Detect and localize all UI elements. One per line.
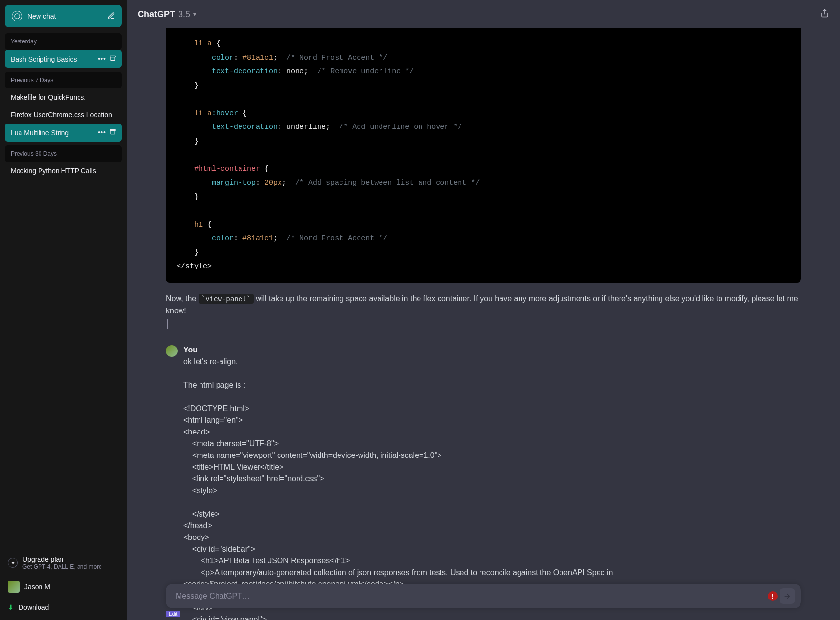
user-profile-button[interactable]: Jason M [5,577,122,597]
assistant-text-before: Now, the [166,294,199,303]
download-label: Download [19,603,49,611]
new-chat-button[interactable]: New chat [5,5,122,27]
user-message-line [183,496,801,508]
edit-mode-badge: Edit [166,611,180,617]
conversation-scroll[interactable]: li a { color: #81a1c1; /* Nord Frost Acc… [127,28,840,620]
sidebar-chat-label: Bash Scripting Basics [11,55,95,63]
user-message-line: </style> [183,508,801,520]
assistant-text-after: will take up the remaining space availab… [166,294,798,315]
user-message-line: <h1>API Beta Test JSON Responses</h1> [183,555,801,567]
user-message-line [183,368,801,379]
main-panel: ChatGPT 3.5 ▾ li a { color: #81a1c1; /* … [127,0,840,620]
user-message-line: <div id="view-panel"> [183,614,801,620]
user-message-line [183,391,801,403]
archive-icon[interactable] [109,128,116,137]
sidebar-footer: ✦ Upgrade plan Get GPT-4, DALL·E, and mo… [5,547,122,615]
chat-menu-icon[interactable]: ••• [98,55,106,63]
message-input[interactable] [176,592,776,600]
user-label: You [183,344,801,356]
download-arrow-icon: ⬇ [8,603,14,611]
sidebar-section-header: Yesterday [5,33,122,50]
assistant-inline-code: `view-panel` [199,294,254,304]
user-message-line: <title>HTML Viewer</title> [183,461,801,473]
user-message-line: <body> [183,532,801,543]
sparkle-icon: ✦ [8,558,18,568]
model-name[interactable]: ChatGPT [138,9,175,20]
svg-point-0 [15,14,20,19]
user-name: Jason M [24,583,50,591]
sidebar-chat-item[interactable]: Makefile for QuickFuncs. [5,88,122,106]
sidebar-chat-label: Lua Multiline String [11,129,95,137]
sidebar-chat-item[interactable]: Bash Scripting Basics••• [5,50,122,68]
user-message-line: The html page is : [183,379,801,391]
new-chat-label: New chat [27,12,56,20]
sidebar-section-header: Previous 30 Days [5,145,122,162]
download-button[interactable]: ⬇ Download [5,599,122,615]
chevron-down-icon[interactable]: ▾ [193,11,196,18]
upgrade-subtitle: Get GPT-4, DALL·E, and more [22,563,102,570]
user-message-line: <!DOCTYPE html> [183,403,801,414]
header: ChatGPT 3.5 ▾ [127,0,840,28]
archive-icon[interactable] [109,55,116,63]
user-message-line: <meta charset="UTF-8"> [183,438,801,450]
text-cursor [167,319,168,329]
model-version[interactable]: 3.5 [178,9,190,20]
user-message: You ok let's re-align. The html page is … [166,344,801,620]
user-message-line: <link rel="stylesheet" href="nord.css"> [183,473,801,485]
user-message-line: ok let's re-align. [183,356,801,368]
sidebar: New chat YesterdayBash Scripting Basics•… [0,0,127,620]
user-message-line: <style> [183,485,801,496]
upgrade-plan-button[interactable]: ✦ Upgrade plan Get GPT-4, DALL·E, and mo… [5,552,122,574]
user-message-line: <div id="sidebar"> [183,543,801,555]
svg-rect-1 [110,56,116,57]
sidebar-chat-label: Firefox UserChrome.css Location [11,111,116,119]
openai-logo-icon [12,11,22,21]
message-input-bar[interactable]: ! [166,584,801,608]
sidebar-chat-label: Mocking Python HTTP Calls [11,167,116,175]
user-message-avatar [166,345,178,357]
svg-rect-2 [110,129,116,130]
user-message-line: <head> [183,426,801,438]
user-message-line: <html lang="en"> [183,414,801,426]
sidebar-section-header: Previous 7 Days [5,72,122,88]
sidebar-chat-item[interactable]: Firefox UserChrome.css Location [5,106,122,124]
chat-menu-icon[interactable]: ••• [98,128,106,137]
sidebar-chat-item[interactable]: Lua Multiline String••• [5,124,122,142]
user-message-line: </head> [183,520,801,532]
compose-icon[interactable] [107,12,115,21]
send-button[interactable] [780,588,795,604]
share-icon[interactable] [820,9,829,20]
code-block[interactable]: li a { color: #81a1c1; /* Nord Frost Acc… [166,28,801,283]
sidebar-chat-label: Makefile for QuickFuncs. [11,93,116,101]
sidebar-chat-item[interactable]: Mocking Python HTTP Calls [5,162,122,180]
user-avatar-icon [8,581,20,593]
user-message-line: <meta name="viewport" content="width=dev… [183,450,801,461]
upgrade-title: Upgrade plan [22,556,102,563]
assistant-text: Now, the `view-panel` will take up the r… [166,292,801,330]
warning-badge-icon[interactable]: ! [768,591,778,601]
